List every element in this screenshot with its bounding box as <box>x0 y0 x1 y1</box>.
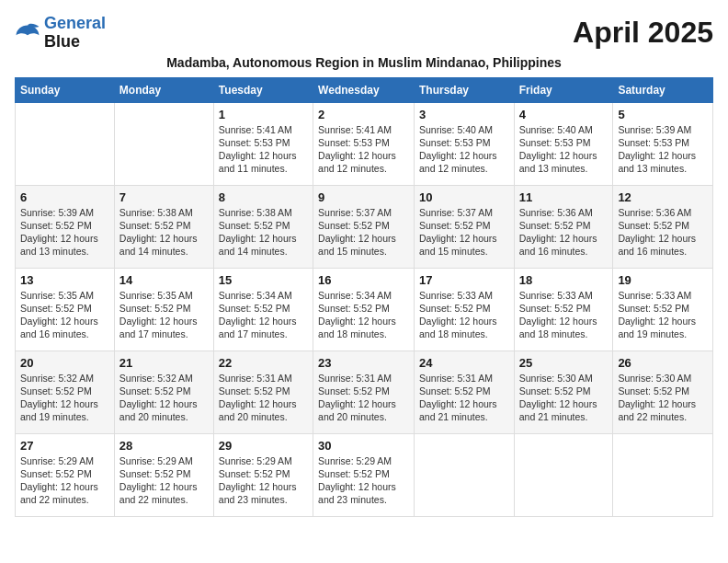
month-title: April 2025 <box>573 16 713 50</box>
calendar-cell: 4Sunrise: 5:40 AM Sunset: 5:53 PM Daylig… <box>514 102 613 185</box>
calendar-cell <box>114 102 213 185</box>
day-info: Sunrise: 5:41 AM Sunset: 5:53 PM Dayligh… <box>318 123 409 176</box>
day-info: Sunrise: 5:31 AM Sunset: 5:52 PM Dayligh… <box>419 372 509 424</box>
calendar-cell: 13Sunrise: 5:35 AM Sunset: 5:52 PM Dayli… <box>16 268 115 350</box>
weekday-header-sunday: Sunday <box>16 77 115 102</box>
day-number: 4 <box>519 108 609 121</box>
calendar-week-row: 27Sunrise: 5:29 AM Sunset: 5:52 PM Dayli… <box>16 433 713 516</box>
day-number: 12 <box>618 190 708 204</box>
day-number: 20 <box>20 356 109 370</box>
calendar-cell: 23Sunrise: 5:31 AM Sunset: 5:52 PM Dayli… <box>313 350 415 433</box>
logo-icon <box>15 22 40 44</box>
calendar-cell: 14Sunrise: 5:35 AM Sunset: 5:52 PM Dayli… <box>114 268 213 350</box>
calendar-header-row: SundayMondayTuesdayWednesdayThursdayFrid… <box>16 77 713 102</box>
calendar-cell: 5Sunrise: 5:39 AM Sunset: 5:53 PM Daylig… <box>613 102 713 185</box>
day-number: 30 <box>318 439 409 453</box>
calendar-week-row: 20Sunrise: 5:32 AM Sunset: 5:52 PM Dayli… <box>16 350 713 433</box>
day-info: Sunrise: 5:39 AM Sunset: 5:52 PM Dayligh… <box>20 206 109 259</box>
day-info: Sunrise: 5:36 AM Sunset: 5:52 PM Dayligh… <box>519 206 609 259</box>
calendar-cell: 11Sunrise: 5:36 AM Sunset: 5:52 PM Dayli… <box>514 185 613 268</box>
day-number: 13 <box>20 273 109 287</box>
day-number: 3 <box>419 108 509 121</box>
calendar-cell: 24Sunrise: 5:31 AM Sunset: 5:52 PM Dayli… <box>414 350 514 433</box>
day-info: Sunrise: 5:33 AM Sunset: 5:52 PM Dayligh… <box>519 289 609 341</box>
logo-line1: General <box>44 14 106 32</box>
logo: General Blue <box>15 15 106 52</box>
day-number: 8 <box>219 190 308 204</box>
calendar-cell <box>514 433 613 516</box>
day-number: 22 <box>219 356 308 370</box>
calendar-cell <box>414 433 514 516</box>
calendar-cell: 26Sunrise: 5:30 AM Sunset: 5:52 PM Dayli… <box>613 350 713 433</box>
day-info: Sunrise: 5:31 AM Sunset: 5:52 PM Dayligh… <box>318 372 409 424</box>
day-number: 23 <box>318 356 409 370</box>
weekday-header-monday: Monday <box>114 77 213 102</box>
day-number: 14 <box>119 273 209 287</box>
calendar-cell: 30Sunrise: 5:29 AM Sunset: 5:52 PM Dayli… <box>313 433 415 516</box>
day-info: Sunrise: 5:29 AM Sunset: 5:52 PM Dayligh… <box>20 454 109 507</box>
day-info: Sunrise: 5:30 AM Sunset: 5:52 PM Dayligh… <box>618 372 708 424</box>
calendar-table: SundayMondayTuesdayWednesdayThursdayFrid… <box>15 77 713 517</box>
day-info: Sunrise: 5:29 AM Sunset: 5:52 PM Dayligh… <box>219 454 308 507</box>
calendar-cell: 12Sunrise: 5:36 AM Sunset: 5:52 PM Dayli… <box>613 185 713 268</box>
day-number: 29 <box>219 439 308 453</box>
day-number: 19 <box>618 273 708 287</box>
weekday-header-saturday: Saturday <box>613 77 713 102</box>
calendar-cell: 25Sunrise: 5:30 AM Sunset: 5:52 PM Dayli… <box>514 350 613 433</box>
weekday-header-thursday: Thursday <box>414 77 514 102</box>
day-number: 25 <box>519 356 609 370</box>
weekday-header-wednesday: Wednesday <box>313 77 415 102</box>
weekday-header-friday: Friday <box>514 77 613 102</box>
day-info: Sunrise: 5:38 AM Sunset: 5:52 PM Dayligh… <box>219 206 308 259</box>
day-info: Sunrise: 5:30 AM Sunset: 5:52 PM Dayligh… <box>519 372 609 424</box>
calendar-cell: 29Sunrise: 5:29 AM Sunset: 5:52 PM Dayli… <box>213 433 313 516</box>
day-number: 11 <box>519 190 609 204</box>
day-info: Sunrise: 5:31 AM Sunset: 5:52 PM Dayligh… <box>219 372 308 424</box>
day-info: Sunrise: 5:38 AM Sunset: 5:52 PM Dayligh… <box>119 206 209 259</box>
day-info: Sunrise: 5:34 AM Sunset: 5:52 PM Dayligh… <box>219 289 308 341</box>
weekday-header-tuesday: Tuesday <box>213 77 313 102</box>
calendar-week-row: 1Sunrise: 5:41 AM Sunset: 5:53 PM Daylig… <box>16 102 713 185</box>
calendar-cell: 9Sunrise: 5:37 AM Sunset: 5:52 PM Daylig… <box>313 185 415 268</box>
day-number: 7 <box>119 190 209 204</box>
day-number: 17 <box>419 273 509 287</box>
day-info: Sunrise: 5:29 AM Sunset: 5:52 PM Dayligh… <box>318 454 409 507</box>
day-info: Sunrise: 5:37 AM Sunset: 5:52 PM Dayligh… <box>419 206 509 259</box>
calendar-cell: 7Sunrise: 5:38 AM Sunset: 5:52 PM Daylig… <box>114 185 213 268</box>
calendar-cell: 20Sunrise: 5:32 AM Sunset: 5:52 PM Dayli… <box>16 350 115 433</box>
day-info: Sunrise: 5:37 AM Sunset: 5:52 PM Dayligh… <box>318 206 409 259</box>
calendar-cell: 19Sunrise: 5:33 AM Sunset: 5:52 PM Dayli… <box>613 268 713 350</box>
page-header: General Blue April 2025 <box>15 15 713 52</box>
logo-line2: Blue <box>44 33 106 52</box>
day-number: 5 <box>618 108 708 121</box>
calendar-cell: 27Sunrise: 5:29 AM Sunset: 5:52 PM Dayli… <box>16 433 115 516</box>
day-info: Sunrise: 5:40 AM Sunset: 5:53 PM Dayligh… <box>419 123 509 176</box>
day-number: 24 <box>419 356 509 370</box>
calendar-cell: 1Sunrise: 5:41 AM Sunset: 5:53 PM Daylig… <box>213 102 313 185</box>
calendar-cell: 10Sunrise: 5:37 AM Sunset: 5:52 PM Dayli… <box>414 185 514 268</box>
day-info: Sunrise: 5:33 AM Sunset: 5:52 PM Dayligh… <box>419 289 509 341</box>
day-info: Sunrise: 5:29 AM Sunset: 5:52 PM Dayligh… <box>119 454 209 507</box>
day-number: 2 <box>318 108 409 121</box>
calendar-week-row: 13Sunrise: 5:35 AM Sunset: 5:52 PM Dayli… <box>16 268 713 350</box>
calendar-cell: 15Sunrise: 5:34 AM Sunset: 5:52 PM Dayli… <box>213 268 313 350</box>
day-number: 10 <box>419 190 509 204</box>
day-number: 6 <box>20 190 109 204</box>
calendar-cell: 6Sunrise: 5:39 AM Sunset: 5:52 PM Daylig… <box>16 185 115 268</box>
day-info: Sunrise: 5:39 AM Sunset: 5:53 PM Dayligh… <box>618 123 708 176</box>
day-number: 18 <box>519 273 609 287</box>
calendar-cell: 3Sunrise: 5:40 AM Sunset: 5:53 PM Daylig… <box>414 102 514 185</box>
calendar-cell: 18Sunrise: 5:33 AM Sunset: 5:52 PM Dayli… <box>514 268 613 350</box>
calendar-week-row: 6Sunrise: 5:39 AM Sunset: 5:52 PM Daylig… <box>16 185 713 268</box>
calendar-cell <box>16 102 115 185</box>
day-info: Sunrise: 5:34 AM Sunset: 5:52 PM Dayligh… <box>318 289 409 341</box>
day-info: Sunrise: 5:32 AM Sunset: 5:52 PM Dayligh… <box>20 372 109 424</box>
day-info: Sunrise: 5:33 AM Sunset: 5:52 PM Dayligh… <box>618 289 708 341</box>
day-number: 15 <box>219 273 308 287</box>
calendar-body: 1Sunrise: 5:41 AM Sunset: 5:53 PM Daylig… <box>16 102 713 516</box>
calendar-cell: 17Sunrise: 5:33 AM Sunset: 5:52 PM Dayli… <box>414 268 514 350</box>
day-info: Sunrise: 5:40 AM Sunset: 5:53 PM Dayligh… <box>519 123 609 176</box>
day-number: 1 <box>219 108 308 121</box>
calendar-cell <box>613 433 713 516</box>
calendar-subtitle: Madamba, Autonomous Region in Muslim Min… <box>15 55 713 70</box>
